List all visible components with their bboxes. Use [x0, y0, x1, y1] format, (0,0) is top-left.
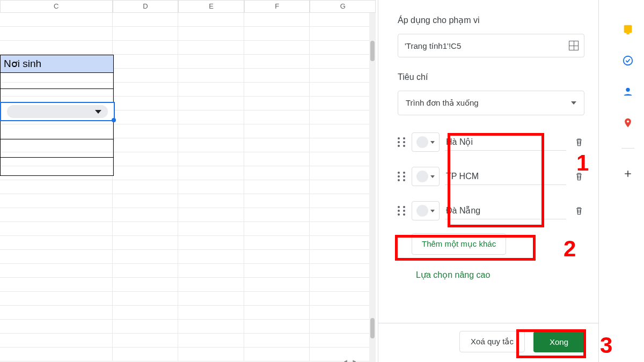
- selected-dropdown-cell[interactable]: [0, 102, 115, 121]
- spreadsheet-area: C D E F G Nơi sinh: [0, 0, 376, 362]
- option-input[interactable]: [445, 203, 566, 219]
- svg-point-2: [624, 56, 633, 65]
- scrollbar-thumb[interactable]: [370, 318, 375, 338]
- selection-handle[interactable]: [112, 118, 116, 122]
- color-dot-icon: [416, 205, 428, 217]
- dropdown-option-row: [398, 130, 584, 154]
- chevron-down-icon: [95, 110, 101, 114]
- chevron-down-icon: [571, 101, 576, 105]
- delete-option-button[interactable]: [574, 136, 584, 148]
- bordered-cells[interactable]: [0, 73, 114, 176]
- color-dot-icon: [416, 171, 428, 182]
- keep-icon[interactable]: [622, 24, 634, 35]
- color-chip-select[interactable]: [412, 167, 440, 186]
- drag-handle-icon[interactable]: [398, 206, 406, 216]
- range-input-box[interactable]: [398, 34, 584, 57]
- done-button[interactable]: Xong: [533, 331, 584, 352]
- chevron-down-icon: [430, 175, 435, 178]
- color-dot-icon: [416, 136, 428, 148]
- dropdown-chip[interactable]: [7, 105, 108, 118]
- column-header-e[interactable]: E: [178, 0, 244, 13]
- panel-footer: Xoá quy tắc Xong: [378, 323, 598, 362]
- svg-point-3: [626, 88, 630, 92]
- chevron-down-icon: [430, 141, 435, 144]
- drag-handle-icon[interactable]: [398, 172, 406, 181]
- column-header-c[interactable]: C: [0, 0, 113, 13]
- add-addon-button[interactable]: [622, 168, 634, 180]
- color-chip-select[interactable]: [412, 201, 440, 220]
- color-chip-select[interactable]: [412, 132, 440, 152]
- rail-divider: [621, 148, 634, 149]
- option-input[interactable]: [445, 168, 566, 185]
- criteria-value: Trình đơn thả xuống: [406, 98, 479, 108]
- svg-rect-0: [624, 25, 632, 33]
- side-rail: [612, 0, 644, 362]
- add-item-button[interactable]: Thêm một mục khác: [412, 233, 506, 255]
- vertical-scrollbar[interactable]: [369, 13, 376, 362]
- drag-handle-icon[interactable]: [398, 137, 406, 147]
- scrollbar-thumb[interactable]: [370, 41, 375, 61]
- criteria-select[interactable]: Trình đơn thả xuống: [398, 91, 584, 115]
- dropdown-option-row: [398, 199, 584, 223]
- range-input[interactable]: [405, 41, 569, 50]
- data-validation-panel: Áp dụng cho phạm vi Tiêu chí Trình đơn t…: [378, 0, 599, 362]
- option-input[interactable]: [445, 134, 566, 151]
- annotation-number-3: 3: [600, 333, 612, 358]
- contacts-icon[interactable]: [622, 86, 634, 98]
- delete-option-button[interactable]: [574, 205, 584, 217]
- advanced-options-link[interactable]: Lựa chọn nâng cao: [416, 270, 584, 280]
- tasks-icon[interactable]: [622, 55, 634, 67]
- table-header-cell[interactable]: Nơi sinh: [0, 55, 114, 73]
- chevron-down-icon: [430, 210, 435, 212]
- column-header-g[interactable]: G: [310, 0, 376, 13]
- annotation-number-1: 1: [576, 150, 589, 176]
- svg-point-4: [627, 120, 629, 122]
- scroll-left-icon[interactable]: ◄: [342, 358, 349, 362]
- svg-rect-1: [626, 33, 630, 34]
- annotation-number-2: 2: [564, 236, 576, 262]
- maps-icon[interactable]: [622, 117, 634, 129]
- horizontal-scroll-arrows[interactable]: ◄ ►: [342, 356, 369, 362]
- column-header-f[interactable]: F: [244, 0, 310, 13]
- dropdown-option-row: [398, 165, 584, 188]
- criteria-label: Tiêu chí: [398, 72, 584, 82]
- scroll-right-icon[interactable]: ►: [351, 358, 357, 362]
- column-headers: C D E F G: [0, 0, 376, 13]
- trash-icon: [574, 136, 584, 148]
- remove-rule-button[interactable]: Xoá quy tắc: [459, 331, 525, 352]
- select-range-icon[interactable]: [569, 41, 579, 50]
- trash-icon: [574, 205, 584, 217]
- range-label: Áp dụng cho phạm vi: [398, 15, 584, 25]
- column-header-d[interactable]: D: [113, 0, 179, 13]
